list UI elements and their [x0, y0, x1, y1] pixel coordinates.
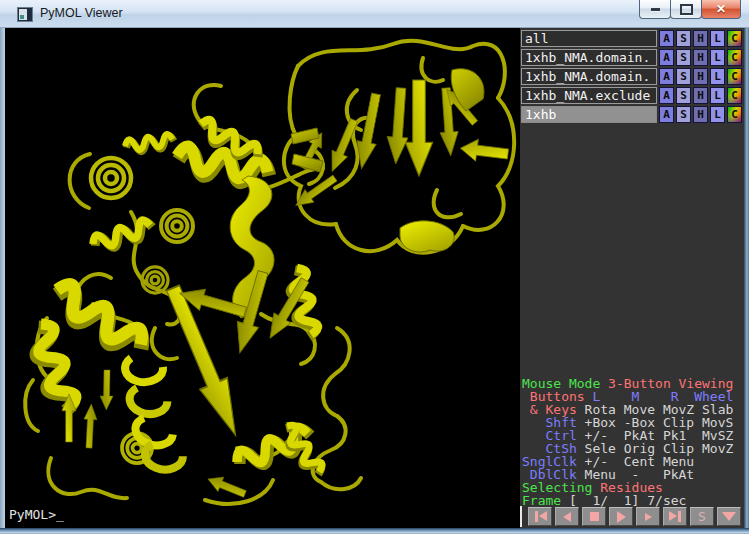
object-action-button[interactable]: A: [659, 68, 674, 85]
object-name[interactable]: 1xhb_NMA.domain.: [521, 49, 657, 66]
object-action-button[interactable]: A: [659, 106, 674, 123]
titlebar[interactable]: PyMOL Viewer ✕: [0, 0, 749, 28]
maximize-button[interactable]: [670, 0, 702, 19]
step-back-button[interactable]: [555, 507, 579, 526]
object-label-button[interactable]: L: [710, 30, 725, 47]
skip-start-icon: [534, 511, 547, 522]
internal-gui-panel: allASHLC1xhb_NMA.domain.ASHLC1xhb_NMA.do…: [520, 28, 744, 528]
skip-end-icon: [669, 511, 682, 522]
maximize-square-icon: [680, 4, 693, 15]
object-color-button[interactable]: C: [727, 87, 742, 104]
object-label-button[interactable]: L: [710, 87, 725, 104]
rewind-to-start-button[interactable]: [528, 507, 552, 526]
mouse-help-text: Frame: [522, 493, 561, 508]
window-border-right: [744, 28, 749, 528]
command-prompt[interactable]: PyMOL>_: [9, 507, 64, 522]
object-hide-button[interactable]: H: [693, 106, 708, 123]
window-title: PyMOL Viewer: [40, 0, 123, 28]
letter-s-icon: S: [698, 511, 706, 522]
object-row: 1xhb_NMA.domain.ASHLC: [521, 68, 744, 85]
object-action-button[interactable]: A: [659, 30, 674, 47]
object-list: allASHLC1xhb_NMA.domain.ASHLC1xhb_NMA.do…: [520, 30, 744, 123]
object-action-button[interactable]: A: [659, 49, 674, 66]
object-row: allASHLC: [521, 30, 744, 47]
object-name[interactable]: 1xhb_NMA.domain.: [521, 68, 657, 85]
minimize-bar-icon: [651, 8, 660, 11]
object-name[interactable]: all: [521, 30, 657, 47]
close-button[interactable]: ✕: [701, 0, 741, 19]
object-label-button[interactable]: L: [710, 49, 725, 66]
object-show-button[interactable]: S: [676, 68, 691, 85]
caret-right-small-icon: [645, 513, 652, 521]
close-x-icon: ✕: [716, 2, 726, 16]
protein-ribbon[interactable]: [5, 28, 520, 528]
window-controls: ✕: [640, 0, 741, 19]
object-row: 1xhbASHLC: [521, 106, 744, 123]
scene-button[interactable]: S: [690, 507, 714, 526]
caret-left-icon: [563, 512, 571, 522]
mouse-help-panel: Mouse Mode 3-Button Viewing Buttons L M …: [522, 377, 744, 507]
object-show-button[interactable]: S: [676, 87, 691, 104]
frame-indicator-bar: [520, 506, 522, 527]
object-label-button[interactable]: L: [710, 106, 725, 123]
object-name[interactable]: 1xhb: [521, 106, 657, 123]
object-color-button[interactable]: C: [727, 68, 742, 85]
pymol-window: PyMOL Viewer ✕: [0, 0, 749, 534]
panel-menu-button[interactable]: [717, 507, 741, 526]
minimize-button[interactable]: [639, 0, 671, 19]
triangle-down-icon: [722, 512, 736, 521]
object-row: 1xhb_NMA.domain.ASHLC: [521, 49, 744, 66]
step-forward-button[interactable]: [636, 507, 660, 526]
object-color-button[interactable]: C: [727, 49, 742, 66]
play-button[interactable]: [609, 507, 633, 526]
playback-controls: S: [528, 507, 741, 526]
window-border-bottom: [0, 528, 749, 534]
stop-button[interactable]: [582, 507, 606, 526]
mouse-help-line: Frame [ 1/ 1] 7/sec: [522, 494, 744, 507]
object-hide-button[interactable]: H: [693, 68, 708, 85]
object-color-button[interactable]: C: [727, 30, 742, 47]
mouse-help-text: [ 1/ 1] 7/sec: [561, 493, 686, 508]
object-hide-button[interactable]: H: [693, 87, 708, 104]
stop-square-icon: [590, 512, 599, 521]
pymol-app-icon: [17, 7, 33, 22]
object-hide-button[interactable]: H: [693, 30, 708, 47]
forward-to-end-button[interactable]: [663, 507, 687, 526]
object-show-button[interactable]: S: [676, 106, 691, 123]
object-action-button[interactable]: A: [659, 87, 674, 104]
object-hide-button[interactable]: H: [693, 49, 708, 66]
viewport-3d[interactable]: PyMOL>_: [5, 28, 520, 528]
object-row: 1xhb_NMA.excludeASHLC: [521, 87, 744, 104]
play-triangle-icon: [617, 511, 626, 523]
object-label-button[interactable]: L: [710, 68, 725, 85]
object-show-button[interactable]: S: [676, 30, 691, 47]
object-name[interactable]: 1xhb_NMA.exclude: [521, 87, 657, 104]
object-color-button[interactable]: C: [727, 106, 742, 123]
object-show-button[interactable]: S: [676, 49, 691, 66]
